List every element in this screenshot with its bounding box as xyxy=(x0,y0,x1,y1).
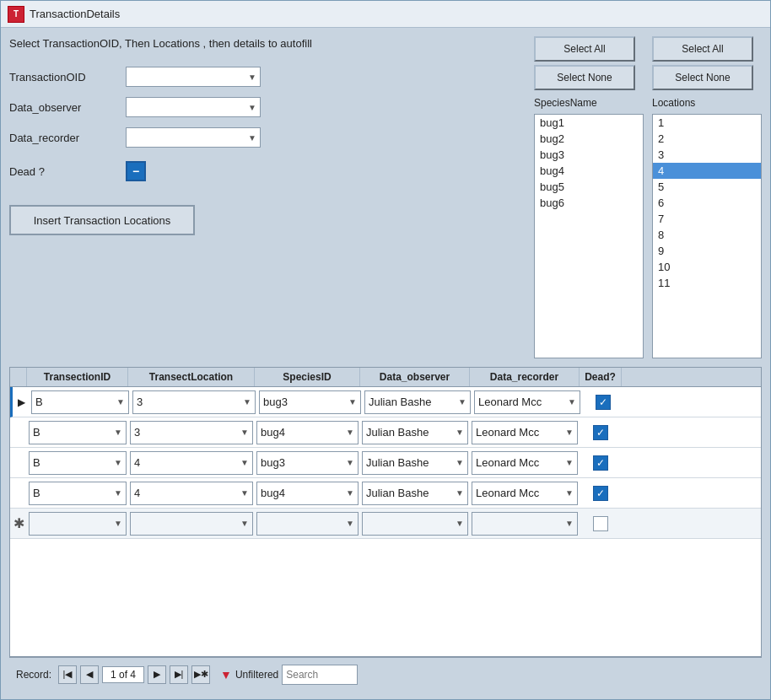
recorder-cell-dropdown[interactable]: Leonard Mcc ▼ xyxy=(472,421,578,444)
list-item[interactable]: bug3 xyxy=(535,147,643,163)
dataobserver-label: Data_observer xyxy=(9,101,119,114)
table-row[interactable]: B ▼ 4 ▼ bug4 ▼ xyxy=(10,478,761,509)
dead-cell-checkbox[interactable]: ✓ xyxy=(593,455,608,471)
speciesid-cell-dropdown[interactable]: bug3 ▼ xyxy=(259,390,361,414)
locations-select-all-button[interactable]: Select All xyxy=(652,36,753,62)
recorder-cell-dropdown[interactable]: Leonard Mcc ▼ xyxy=(472,451,578,475)
new-row[interactable]: ✱ ▼ ▼ xyxy=(10,509,761,539)
th-transactionid: TransectionID xyxy=(27,368,128,386)
list-item[interactable]: bug6 xyxy=(535,195,643,211)
list-item[interactable]: 2 xyxy=(653,131,761,147)
locations-select-none-button[interactable]: Select None xyxy=(652,65,753,90)
cell-speciesid: bug3 ▼ xyxy=(257,389,363,416)
datarecorder-dropdown[interactable]: ▼ xyxy=(126,127,261,148)
locations-label: Locations xyxy=(652,97,762,109)
list-item[interactable]: 11 xyxy=(653,275,761,291)
insert-transaction-button[interactable]: Insert Transaction Locations xyxy=(9,205,195,235)
new-observer-dropdown[interactable]: ▼ xyxy=(362,512,468,536)
transactionid-cell-dropdown[interactable]: B ▼ xyxy=(29,451,127,475)
nav-new-button[interactable]: ▶✱ xyxy=(191,665,210,684)
table-row[interactable]: B ▼ 4 ▼ bug3 ▼ xyxy=(10,448,761,478)
new-dead-checkbox[interactable] xyxy=(593,516,608,531)
cell-dataobserver: Julian Bashe ▼ xyxy=(363,389,472,416)
cell-datarecorder: Leonard Mcc ▼ xyxy=(472,389,582,416)
new-recorder-dropdown[interactable]: ▼ xyxy=(472,512,578,536)
dataobserver-row: Data_observer ▼ xyxy=(9,97,526,117)
list-item[interactable]: 10 xyxy=(653,259,761,275)
transectlocation-cell-dropdown[interactable]: 3 ▼ xyxy=(130,421,253,444)
list-item[interactable]: 9 xyxy=(653,243,761,259)
cell-dataobserver: Julian Bashe ▼ xyxy=(360,450,470,477)
locations-listbox[interactable]: 1 2 3 4 5 6 7 8 9 10 11 xyxy=(652,114,762,358)
instruction-text: Select TransactionOID, Then Locations , … xyxy=(9,36,526,51)
th-marker xyxy=(10,368,27,386)
recorder-cell-dropdown[interactable]: Leonard Mcc ▼ xyxy=(472,482,578,505)
cell-transactionid: B ▼ xyxy=(27,419,128,446)
list-item[interactable]: bug1 xyxy=(535,115,643,131)
nav-last-button[interactable]: ▶| xyxy=(170,665,188,684)
dead-cell-checkbox[interactable]: ✓ xyxy=(593,425,608,440)
speciesid-cell-dropdown[interactable]: bug4 ▼ xyxy=(256,421,359,444)
observer-cell-dropdown[interactable]: Julian Bashe ▼ xyxy=(362,451,468,475)
observer-cell-dropdown[interactable]: Julian Bashe ▼ xyxy=(362,482,468,505)
list-item[interactable]: 3 xyxy=(653,147,761,163)
table-body: ▶ B ▼ 3 ▼ xyxy=(10,387,761,656)
datarecorder-row: Data_recorder ▼ xyxy=(9,127,526,148)
dead-cell-checkbox[interactable]: ✓ xyxy=(596,395,611,410)
species-panel: Select All Select None SpeciesName bug1 … xyxy=(534,36,644,358)
locations-btn-group: Select All Select None xyxy=(652,36,762,90)
app-icon: T xyxy=(8,6,24,23)
transactionid-cell-dropdown[interactable]: B ▼ xyxy=(29,421,127,444)
recorder-cell-dropdown[interactable]: Leonard Mcc ▼ xyxy=(474,390,580,414)
datarecorder-arrow: ▼ xyxy=(248,133,256,143)
record-label: Record: xyxy=(16,669,51,681)
dead-label: Dead ? xyxy=(9,165,119,178)
dead-cell-checkbox[interactable]: ✓ xyxy=(593,486,608,501)
transectlocation-cell-dropdown[interactable]: 4 ▼ xyxy=(130,451,253,475)
cell-speciesid: bug3 ▼ xyxy=(255,450,360,477)
cell-new-transactionid: ▼ xyxy=(27,510,128,537)
observer-cell-dropdown[interactable]: Julian Bashe ▼ xyxy=(364,390,471,414)
dataobserver-dropdown[interactable]: ▼ xyxy=(126,97,261,117)
insert-btn-label: Insert Transaction Locations xyxy=(34,214,171,227)
species-select-none-button[interactable]: Select None xyxy=(534,65,635,90)
list-item[interactable]: 4 xyxy=(653,163,761,179)
filter-text: Unfiltered xyxy=(235,669,278,681)
speciesid-cell-dropdown[interactable]: bug4 ▼ xyxy=(256,482,359,505)
search-input[interactable] xyxy=(282,665,358,685)
list-item[interactable]: 1 xyxy=(653,115,761,131)
new-transectlocation-dropdown[interactable]: ▼ xyxy=(130,512,253,536)
transectlocation-cell-dropdown[interactable]: 3 ▼ xyxy=(132,390,256,414)
nav-first-button[interactable]: |◀ xyxy=(58,665,77,684)
dead-row: Dead ? − xyxy=(9,161,526,181)
species-listbox[interactable]: bug1 bug2 bug3 bug4 bug5 bug6 xyxy=(534,114,644,358)
dead-checkbox[interactable]: − xyxy=(126,161,146,181)
page-info: 1 of 4 xyxy=(102,666,144,683)
new-transactionid-dropdown[interactable]: ▼ xyxy=(29,512,127,536)
left-panel: Select TransactionOID, Then Locations , … xyxy=(9,36,526,358)
filter-area: ▼ Unfiltered xyxy=(220,668,278,681)
transactionid-cell-dropdown[interactable]: B ▼ xyxy=(29,482,127,505)
main-content: Select TransactionOID, Then Locations , … xyxy=(1,28,770,699)
footer: Record: |◀ ◀ 1 of 4 ▶ ▶| ▶✱ ▼ Unfiltered xyxy=(9,657,762,691)
nav-next-button[interactable]: ▶ xyxy=(148,665,166,684)
list-item[interactable]: 6 xyxy=(653,195,761,211)
nav-prev-button[interactable]: ◀ xyxy=(80,665,99,684)
species-select-all-button[interactable]: Select All xyxy=(534,36,635,62)
new-speciesid-dropdown[interactable]: ▼ xyxy=(256,512,359,536)
list-item[interactable]: 8 xyxy=(653,227,761,243)
cell-new-transectlocation: ▼ xyxy=(128,510,255,537)
transectlocation-cell-dropdown[interactable]: 4 ▼ xyxy=(130,482,253,505)
list-item[interactable]: bug2 xyxy=(535,131,643,147)
list-item[interactable]: bug4 xyxy=(535,163,643,179)
list-item[interactable]: 7 xyxy=(653,211,761,227)
table-row[interactable]: ▶ B ▼ 3 ▼ xyxy=(10,387,761,417)
list-item[interactable]: 5 xyxy=(653,179,761,195)
cell-transectlocation: 3 ▼ xyxy=(131,389,257,416)
speciesid-cell-dropdown[interactable]: bug3 ▼ xyxy=(256,451,359,475)
transactionid-cell-dropdown[interactable]: B ▼ xyxy=(31,390,129,414)
observer-cell-dropdown[interactable]: Julian Bashe ▼ xyxy=(362,421,468,444)
transactionoid-dropdown[interactable]: ▼ xyxy=(126,67,261,87)
table-row[interactable]: B ▼ 3 ▼ bug4 ▼ xyxy=(10,417,761,448)
list-item[interactable]: bug5 xyxy=(535,179,643,195)
